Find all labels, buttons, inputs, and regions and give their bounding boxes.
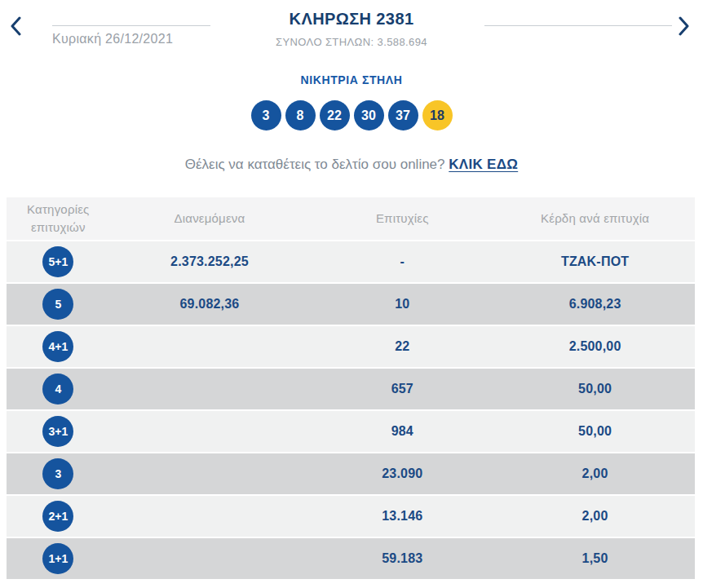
winners-value: 13.146 — [309, 509, 495, 524]
winning-number-ball: 22 — [320, 100, 350, 130]
category-badge: 4+1 — [42, 331, 73, 362]
prize-value: 2,00 — [495, 509, 695, 524]
prize-value: 6.908,23 — [495, 297, 695, 312]
category-badge: 3 — [42, 458, 73, 489]
winning-number-ball: 8 — [285, 100, 316, 130]
prize-value: 50,00 — [495, 424, 695, 439]
table-row: 3 23.090 2,00 — [7, 453, 695, 496]
header-divider-right — [484, 25, 672, 26]
table-row: 4 657 50,00 — [7, 369, 695, 411]
col-header-distributed: Διανεμόμενα — [110, 210, 310, 228]
table-row: 3+1 984 50,00 — [7, 411, 695, 453]
prize-value: 50,00 — [495, 382, 695, 396]
winning-number-ball: 3 — [251, 100, 281, 130]
category-badge: 5+1 — [42, 246, 73, 277]
winning-column-heading: ΝΙΚΗΤΡΙΑ ΣΤΗΛΗ — [0, 73, 703, 86]
category-badge: 3+1 — [42, 416, 73, 447]
col-header-prize: Κέρδη ανά επιτυχία — [495, 210, 695, 228]
category-badge: 2+1 — [42, 501, 73, 532]
category-badge: 4 — [42, 374, 73, 405]
prize-value: 2.500,00 — [495, 339, 695, 354]
table-row: 5+1 2.373.252,25 - ΤΖΑΚ-ΠΟΤ — [7, 241, 695, 284]
winners-value: - — [309, 254, 495, 269]
prize-value: 1,50 — [495, 551, 695, 566]
prize-table: Κατηγορίες επιτυχιών Διανεμόμενα Επιτυχί… — [7, 197, 695, 581]
prize-value: 2,00 — [495, 466, 695, 481]
draw-header: Κυριακή 26/12/2021 ΚΛΗΡΩΣΗ 2381 ΣΥΝΟΛΟ Σ… — [0, 0, 703, 62]
cta-text: Θέλεις να καταθέτεις το δελτίο σου onlin… — [185, 157, 445, 172]
prize-value: ΤΖΑΚ-ΠΟΤ — [495, 254, 695, 269]
click-here-link[interactable]: ΚΛΙΚ ΕΔΩ — [449, 157, 518, 172]
winners-value: 23.090 — [309, 466, 495, 481]
col-header-categories: Κατηγορίες επιτυχιών — [7, 201, 110, 237]
total-columns: ΣΥΝΟΛΟ ΣΤΗΛΩΝ: 3.588.694 — [0, 36, 703, 48]
distributed-value: 2.373.252,25 — [110, 254, 310, 269]
table-row: 5 69.082,36 10 6.908,23 — [7, 284, 695, 326]
winners-value: 22 — [309, 339, 495, 354]
category-badge: 1+1 — [42, 543, 73, 574]
winners-value: 657 — [309, 382, 495, 396]
distributed-value: 69.082,36 — [110, 297, 310, 312]
category-badge: 5 — [42, 289, 73, 320]
winners-value: 984 — [309, 424, 495, 439]
table-row: 4+1 22 2.500,00 — [7, 326, 695, 369]
winning-numbers: 3 8 22 30 37 18 — [0, 100, 703, 130]
joker-number-ball: 18 — [422, 100, 453, 130]
winning-number-ball: 37 — [388, 100, 418, 130]
winners-value: 59.183 — [309, 551, 495, 566]
winning-column-section: ΝΙΚΗΤΡΙΑ ΣΤΗΛΗ 3 8 22 30 37 18 — [0, 73, 703, 130]
table-row: 1+1 59.183 1,50 — [7, 538, 695, 581]
next-draw-button[interactable] — [679, 16, 695, 36]
winners-value: 10 — [309, 297, 495, 312]
online-cta: Θέλεις να καταθέτεις το δελτίο σου onlin… — [0, 157, 703, 173]
winning-number-ball: 30 — [354, 100, 384, 130]
table-header-row: Κατηγορίες επιτυχιών Διανεμόμενα Επιτυχί… — [7, 197, 695, 241]
chevron-right-icon — [679, 16, 695, 36]
table-row: 2+1 13.146 2,00 — [7, 496, 695, 538]
col-header-winners: Επιτυχίες — [309, 210, 495, 228]
